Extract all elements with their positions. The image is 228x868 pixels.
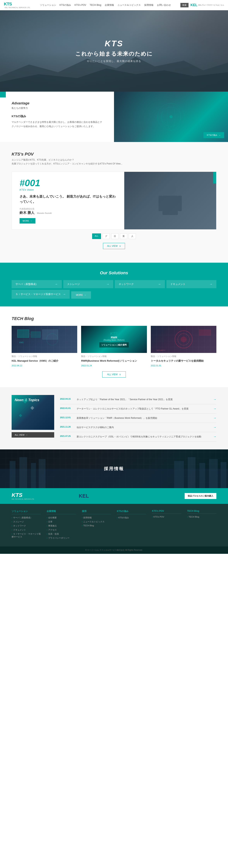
footer-link-storage[interactable]: ›ストレージ bbox=[11, 520, 41, 523]
footer-partner-area: 部品プロセスのご案内購入 bbox=[133, 493, 217, 499]
advantage-section: Advantage 私たちの競争力 KTSの強み マルチベンダーでさまざまな特性… bbox=[0, 92, 228, 142]
footer-link-strength[interactable]: ›KTSの強み bbox=[117, 516, 146, 519]
footer-kts-logo: KTS bbox=[11, 492, 23, 498]
news-title-1[interactable]: ネットアップ社より「Partner of the Year 2021」「Serv… bbox=[77, 398, 210, 401]
footer-col-tech: TECH Blog ›TECH Blog bbox=[187, 509, 217, 540]
tech-card-1-title: KEL Managed Service（KMS）のご紹介 bbox=[11, 359, 77, 363]
news-title-4[interactable]: 仙台サービスデスクが移転のご案内 bbox=[77, 426, 210, 429]
hero-title: これから始まる未来のために bbox=[75, 50, 153, 58]
footer-partner-label[interactable]: 部品プロセスのご案内購入 bbox=[185, 493, 217, 499]
recruit-title: 採用情報 bbox=[104, 466, 124, 472]
footer-col-recruit-title: 採用 bbox=[82, 509, 111, 514]
news-date-2: 2022.01.01 bbox=[60, 407, 73, 409]
svg-point-8 bbox=[164, 183, 176, 195]
nav-item-news[interactable]: ニュース＆トピックス bbox=[118, 3, 141, 7]
arrow-icon: → bbox=[209, 282, 213, 286]
footer-col-company: 企業情報 ›会社概要 ›沿革 ›事業拠点 ›アクセス ›役員・役員 ›プライバシ… bbox=[47, 509, 76, 540]
tech-blog-section: TECH Blog KMS 製品・ソリューション情報 KEL Managed S… bbox=[0, 306, 228, 387]
news-title-5[interactable]: 新エレクトロニクスグループ（GSL・ガバコンビ）で例300名を対象にセキュリティ… bbox=[77, 435, 210, 439]
header-logo-area: KTS KEL TECHNICAL SERVICE LTD. bbox=[4, 2, 30, 8]
footer-link-document[interactable]: ›ドキュメント bbox=[11, 528, 41, 531]
footer-link-history[interactable]: ›沿革 bbox=[47, 520, 76, 523]
svg-text:KMS: KMS bbox=[19, 341, 24, 344]
footer-col-tech-title: TECH Blog bbox=[187, 509, 217, 514]
nav-item-solutions[interactable]: ソリューション bbox=[40, 3, 56, 7]
footer-kel-logo[interactable]: KEL bbox=[42, 493, 125, 499]
nav-item-contact[interactable]: お問い合わせ bbox=[157, 3, 171, 7]
news-item-4: 2021.11.26 仙台サービスデスクが移転のご案内 → bbox=[60, 423, 217, 432]
footer-link-locations[interactable]: ›事業拠点 bbox=[47, 524, 76, 527]
nav-item-tech[interactable]: TECH Blog bbox=[90, 4, 101, 6]
news-item-5: 2021.07.25 新エレクトロニクスグループ（GSL・ガバコンビ）で例300… bbox=[60, 432, 217, 441]
solution-item-si[interactable]: ＳＩサービス・マネージド医療サービス → bbox=[11, 290, 70, 299]
footer-link-network[interactable]: ›ネットワーク bbox=[11, 524, 41, 527]
pov-nav-1[interactable]: グ bbox=[103, 234, 110, 239]
nav-item-strength[interactable]: KTSの強み bbox=[60, 3, 71, 7]
footer-link-pov[interactable]: ›KTS's POV bbox=[152, 516, 181, 518]
tech-card-3[interactable]: SECURITY 製品・ソリューション情報 トータルセキュリティの新サービスを提… bbox=[151, 326, 217, 367]
tech-card-1[interactable]: KMS 製品・ソリューション情報 KEL Managed Service（KMS… bbox=[11, 326, 77, 367]
footer-link-recruit[interactable]: ›採用情報 bbox=[82, 516, 111, 519]
chevron-down-icon: ∨ bbox=[119, 245, 121, 247]
footer-link-tech[interactable]: ›TECH Blog bbox=[187, 516, 217, 518]
footer-col-solutions: ソリューション ›サーバ（基盤構成） ›ストレージ ›ネットワーク ›ドキュメン… bbox=[11, 509, 41, 540]
kel-link[interactable]: KEL KELグループのサービスはこちら bbox=[191, 3, 224, 7]
pov-name-title: 代表取締役社長 bbox=[20, 208, 117, 210]
header: KTS KEL TECHNICAL SERVICE LTD. ソリューション K… bbox=[0, 0, 228, 10]
svg-rect-31 bbox=[188, 457, 195, 488]
svg-rect-10 bbox=[159, 196, 162, 211]
solution-item-server[interactable]: サーバ（基盤構成） → bbox=[11, 280, 62, 288]
footer-nav: ソリューション ›サーバ（基盤構成） ›ストレージ ›ネットワーク ›ドキュメン… bbox=[0, 504, 228, 547]
pov-nav-3[interactable]: 英 bbox=[120, 234, 127, 239]
footer-link-officers[interactable]: ›役員・役員 bbox=[47, 532, 76, 535]
footer-brands: KTS KEL TECHNICAL SERVICE LTD. KEL 部品プロセ… bbox=[0, 488, 228, 504]
footer-link-server[interactable]: ›サーバ（基盤構成） bbox=[11, 516, 41, 519]
pov-teal-accent bbox=[213, 172, 216, 183]
news-title-3[interactable]: 新業務改革ソリューション「RWR（Business Work Reformed）… bbox=[77, 416, 210, 420]
news-all-view-button[interactable]: ALL VIEW → bbox=[11, 432, 54, 438]
advantage-btn[interactable]: KTSの強み → bbox=[203, 132, 224, 138]
footer-bottom: © ケーイーエル テクニカルサービス株式会社 All Rights Reserv… bbox=[0, 547, 228, 554]
news-arrow-icon-1: → bbox=[213, 398, 217, 401]
chevron-down-icon: ∨ bbox=[119, 373, 121, 376]
svg-rect-28 bbox=[31, 463, 36, 488]
footer-link-si[interactable]: ›ＳＩサービス・マネージド医療サービス bbox=[11, 532, 41, 538]
nav-item-recruit[interactable]: 採用情報 bbox=[144, 3, 154, 7]
tech-card-2[interactable]: KTS RWR (Routing Work☆Reform) ソリューションご紹介… bbox=[81, 326, 147, 367]
nav-item-company[interactable]: 企業情報 bbox=[105, 3, 114, 7]
footer-col-recruit: 採用 ›採用情報 ›ニュース＆トピックス ›TECH Blog bbox=[82, 509, 111, 540]
main-nav: ソリューション KTSの強み KTS's POV TECH Blog 企業情報 … bbox=[40, 3, 171, 7]
news-title-2[interactable]: データーワン・エレクトロニカルサービス社のネットアップ取扱店として「FTO Pa… bbox=[77, 407, 210, 411]
pov-nav-all[interactable]: ALL bbox=[92, 234, 101, 239]
news-section: News & Topics ALL VIEW → 2022.04.15 ネットア… bbox=[0, 387, 228, 450]
footer-link-news-footer[interactable]: ›ニュース＆トピックス bbox=[82, 520, 111, 523]
advantage-text: マルチベンダーでさまざまな特性を最大限に生かし、お客様の都合に合わせ各製品とテク… bbox=[11, 120, 102, 128]
hero-subtitle: やりたいことを実現し、最大限の成果を誇る bbox=[75, 59, 153, 63]
tech-all-view-button[interactable]: ALL VIEW ∨ bbox=[102, 371, 126, 377]
footer-link-tech-footer[interactable]: ›TECH Blog bbox=[82, 524, 111, 527]
footer-link-access[interactable]: ›アクセス bbox=[47, 528, 76, 531]
solution-more-button[interactable]: MORE → bbox=[71, 291, 91, 299]
footer-col-pov-title: KTS's POV bbox=[152, 509, 181, 514]
recruit-section[interactable]: 採用情報 bbox=[0, 450, 228, 488]
nav-item-pov[interactable]: KTS's POV bbox=[74, 4, 86, 6]
footer-link-privacy[interactable]: ›プライバシーポリシー bbox=[47, 536, 76, 539]
tech-card-2-kts-logo: KTS bbox=[99, 332, 129, 336]
pov-more-button[interactable]: MORE → bbox=[20, 218, 35, 223]
news-content-2: データーワン・エレクトロニカルサービス社のネットアップ取扱店として「FTO Pa… bbox=[77, 407, 210, 411]
pov-nav-4[interactable]: 人 bbox=[129, 234, 136, 239]
tech-card-3-category: 製品・ソリューション情報 bbox=[151, 355, 217, 358]
solution-item-storage[interactable]: ストレージ → bbox=[63, 280, 113, 288]
kts-logo[interactable]: KTS bbox=[4, 2, 12, 7]
search-button[interactable]: 検索 bbox=[181, 3, 189, 7]
solutions-grid: サーバ（基盤構成） → ストレージ → ネットワーク → ドキュメント → bbox=[11, 280, 217, 288]
diamond-3 bbox=[19, 414, 22, 417]
pov-nav-2[interactable]: 日 bbox=[111, 234, 119, 239]
rwr-label: RWR bbox=[99, 336, 129, 339]
pov-label: KTS's POV bbox=[11, 152, 217, 157]
solution-item-network[interactable]: ネットワーク → bbox=[115, 280, 165, 288]
pov-all-view-button[interactable]: ALL VIEW ∨ bbox=[103, 243, 125, 249]
footer-link-about[interactable]: ›会社概要 bbox=[47, 516, 76, 519]
solution-item-document[interactable]: ドキュメント → bbox=[166, 280, 217, 288]
footer-kts-sub: KEL TECHNICAL SERVICE LTD. bbox=[11, 498, 34, 500]
